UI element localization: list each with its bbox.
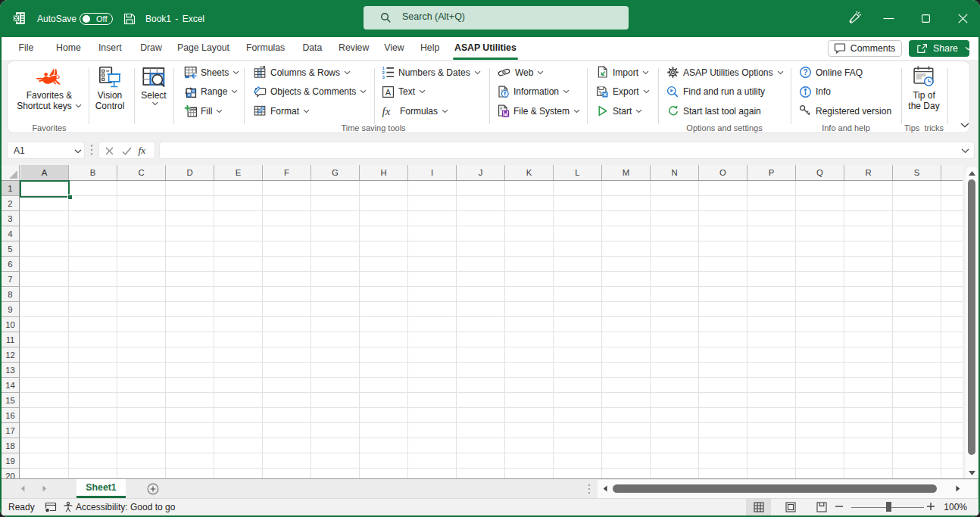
zoom-level[interactable]: 100% [943, 502, 967, 512]
scroll-down-icon[interactable] [969, 471, 975, 475]
splitter-handle-icon[interactable] [588, 484, 591, 494]
tab-view[interactable]: View [384, 37, 404, 58]
row-header-19[interactable]: 19 [2, 453, 19, 469]
row-header-13[interactable]: 13 [2, 363, 19, 378]
minimize-button[interactable] [871, 0, 906, 37]
ribbon-button-vision[interactable]: VisionControl [95, 65, 125, 111]
row-header-2[interactable]: 2 [2, 196, 19, 211]
ribbon-button-information[interactable]: Information [497, 86, 570, 98]
name-box-chevron-icon[interactable] [74, 149, 82, 154]
column-header-M[interactable]: M [602, 165, 651, 180]
maximize-button[interactable] [908, 0, 943, 37]
row-header-17[interactable]: 17 [2, 423, 19, 438]
row-header-11[interactable]: 11 [2, 332, 19, 347]
select-all-button[interactable] [2, 165, 20, 180]
row-header-7[interactable]: 7 [2, 272, 19, 287]
formula-bar-expand-icon[interactable] [961, 148, 969, 154]
column-header-R[interactable]: R [844, 165, 893, 180]
share-button[interactable]: Share [909, 40, 969, 58]
scroll-right-icon[interactable] [956, 485, 960, 492]
column-header-C[interactable]: C [117, 165, 166, 180]
tab-file[interactable]: File [19, 37, 34, 58]
vertical-scrollbar-thumb[interactable] [968, 179, 975, 455]
row-header-1[interactable]: 1 [2, 181, 19, 196]
column-header-L[interactable]: L [554, 165, 602, 180]
cancel-icon[interactable] [105, 147, 114, 155]
ribbon-button-select[interactable]: Select [141, 65, 166, 106]
column-header-I[interactable]: I [408, 165, 457, 180]
column-header-S[interactable]: S [893, 165, 941, 180]
view-page-layout-button[interactable] [779, 499, 804, 515]
add-sheet-button[interactable] [145, 481, 161, 497]
column-header-E[interactable]: E [214, 165, 263, 180]
row-header-9[interactable]: 9 [2, 302, 19, 317]
zoom-slider-handle[interactable] [886, 502, 891, 512]
column-header-P[interactable]: P [747, 165, 796, 180]
ribbon-button-info[interactable]: Info [799, 86, 831, 98]
ribbon-button-import[interactable]: Import [596, 66, 649, 79]
row-header-15[interactable]: 15 [2, 393, 19, 408]
tab-review[interactable]: Review [339, 37, 369, 58]
ribbon-button-objects-comments[interactable]: Objects & Comments [254, 86, 367, 98]
ribbon-button-web[interactable]: Web [497, 66, 544, 79]
sheet-next-icon[interactable] [42, 485, 47, 492]
ribbon-button-sheets[interactable]: Sheets [184, 66, 239, 79]
ribbon-button-asap-utilities-options[interactable]: ASAP Utilities Options [666, 66, 784, 79]
ribbon-button-registered-version[interactable]: Registered version [799, 104, 891, 117]
tab-insert[interactable]: Insert [98, 37, 122, 58]
macro-record-icon[interactable] [45, 502, 57, 512]
tab-help[interactable]: Help [420, 37, 439, 58]
row-header-6[interactable]: 6 [2, 257, 19, 272]
row-header-10[interactable]: 10 [2, 317, 19, 332]
tab-formulas[interactable]: Formulas [246, 37, 285, 58]
sheet-prev-icon[interactable] [20, 485, 25, 492]
row-header-14[interactable]: 14 [2, 378, 19, 393]
column-header-F[interactable]: F [263, 165, 311, 180]
ribbon-button-export[interactable]: Export [596, 86, 650, 98]
column-header-Q[interactable]: Q [796, 165, 844, 180]
ribbon-button-favorites-[interactable]: Favorites &Shortcut keys [17, 65, 82, 111]
zoom-out-button[interactable] [835, 502, 844, 511]
autosave-toggle[interactable]: Off [80, 13, 113, 25]
enter-icon[interactable] [122, 147, 132, 155]
name-box[interactable]: A1 [7, 142, 85, 159]
scroll-left-icon[interactable] [603, 485, 607, 492]
formula-input[interactable] [159, 142, 975, 159]
row-header-3[interactable]: 3 [2, 211, 19, 226]
ribbon-button-online-faq[interactable]: ? Online FAQ [799, 66, 863, 79]
ribbon-button-start[interactable]: Start [596, 104, 642, 117]
tab-data[interactable]: Data [302, 37, 322, 58]
horizontal-scrollbar-thumb[interactable] [613, 484, 937, 493]
column-header-D[interactable]: D [166, 165, 214, 180]
column-header-K[interactable]: K [505, 165, 554, 180]
ribbon-button-columns-rows[interactable]: Columns & Rows [254, 66, 351, 79]
sheet-tab-sheet1[interactable]: Sheet1 [76, 479, 126, 498]
view-page-break-button[interactable] [809, 499, 834, 515]
row-header-12[interactable]: 12 [2, 347, 19, 363]
column-header-J[interactable]: J [457, 165, 505, 180]
ribbon-button-text[interactable]: A Text [382, 86, 426, 98]
column-header-H[interactable]: H [360, 165, 408, 180]
close-button[interactable] [945, 0, 980, 37]
tab-draw[interactable]: Draw [140, 37, 162, 58]
ribbon-button-tip-of[interactable]: Tip ofthe Day [908, 65, 939, 111]
ribbon-button-find-and-run-a-utility[interactable]: Find and run a utility [666, 86, 765, 98]
fill-handle[interactable] [67, 195, 73, 200]
row-header-20[interactable]: 20 [2, 469, 19, 478]
row-header-18[interactable]: 18 [2, 438, 19, 453]
formula-bar-handle-icon[interactable] [90, 144, 93, 156]
column-header-G[interactable]: G [311, 165, 360, 180]
column-header-B[interactable]: B [69, 165, 117, 180]
ribbon-button-range[interactable]: Range [184, 86, 238, 98]
save-icon[interactable] [123, 13, 136, 25]
ribbon-button-file-system[interactable]: File & System [497, 104, 580, 117]
ribbon-button-format[interactable]: Format [254, 104, 310, 117]
tab-asap-utilities[interactable]: ASAP Utilities [454, 37, 517, 58]
row-header-4[interactable]: 4 [2, 226, 19, 241]
column-header-A[interactable]: A [20, 165, 69, 180]
accessibility-icon[interactable] [62, 501, 74, 513]
accessibility-status[interactable]: Accessibility: Good to go [76, 502, 175, 512]
feedback-button[interactable] [837, 0, 872, 37]
cells-area[interactable] [20, 181, 963, 478]
view-normal-button[interactable] [746, 499, 771, 515]
